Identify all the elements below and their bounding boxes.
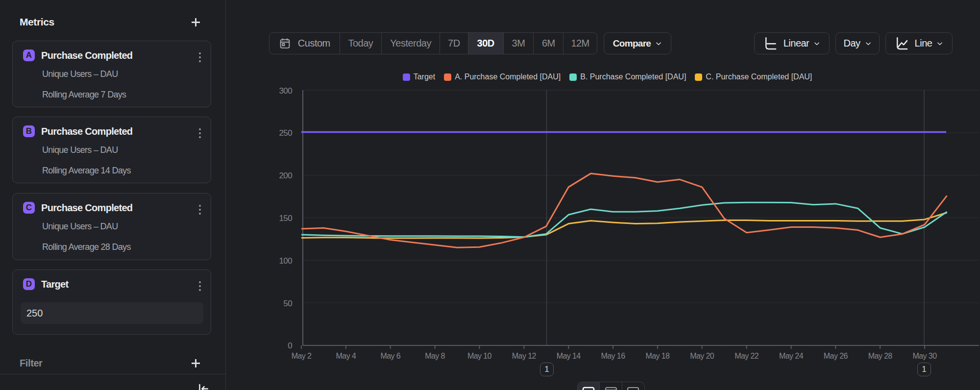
svg-text:May 26: May 26 — [824, 352, 848, 360]
svg-text:May 14: May 14 — [557, 352, 581, 360]
svg-text:250: 250 — [279, 128, 292, 138]
svg-text:100: 100 — [279, 256, 292, 266]
svg-text:May 4: May 4 — [336, 352, 356, 360]
svg-text:May 30: May 30 — [913, 352, 937, 360]
svg-text:May 6: May 6 — [380, 352, 400, 360]
svg-text:150: 150 — [279, 214, 292, 223]
svg-text:May 24: May 24 — [779, 352, 804, 360]
svg-text:May 12: May 12 — [512, 352, 537, 360]
svg-text:May 16: May 16 — [601, 352, 626, 360]
svg-text:May 22: May 22 — [735, 352, 759, 360]
svg-text:300: 300 — [279, 86, 292, 96]
svg-text:200: 200 — [279, 171, 292, 180]
svg-text:0: 0 — [288, 341, 292, 350]
svg-text:May 8: May 8 — [425, 352, 445, 360]
svg-text:May 18: May 18 — [645, 352, 670, 360]
svg-text:May 20: May 20 — [690, 352, 714, 360]
svg-text:May 10: May 10 — [467, 352, 492, 360]
svg-text:50: 50 — [283, 299, 292, 308]
svg-text:May 28: May 28 — [868, 352, 893, 360]
svg-text:May 2: May 2 — [292, 352, 312, 360]
